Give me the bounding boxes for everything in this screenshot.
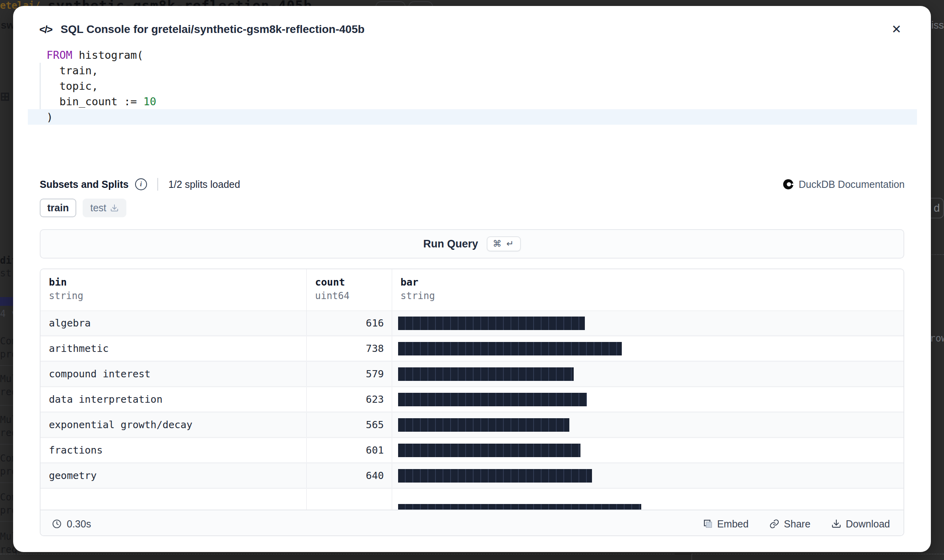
tab-split-train[interactable]: train: [40, 199, 76, 217]
column-header-bin: binstring: [41, 269, 307, 311]
modal-header: </> SQL Console for gretelai/synthetic-g…: [13, 6, 931, 37]
tab-label: train: [47, 202, 69, 214]
code-line-5: ): [28, 109, 917, 125]
download-icon: [110, 204, 119, 212]
column-dtype: string: [400, 290, 896, 301]
cell-count: 623: [307, 387, 392, 411]
background-divider: [0, 521, 13, 521]
background-divider: [0, 405, 13, 406]
code-icon: </>: [39, 23, 52, 36]
query-duration: 0.30s: [52, 518, 700, 530]
cell-bar: [392, 342, 903, 355]
background-dotted-line: [932, 254, 944, 255]
table-row: data interpretation623: [41, 387, 903, 413]
histogram-bar: [398, 317, 585, 330]
modal-title: SQL Console for gretelai/synthetic-gsm8k…: [61, 23, 880, 36]
table-row: algebra616: [41, 311, 903, 336]
cell-bar: [392, 418, 903, 432]
copy-icon: [702, 519, 713, 529]
histogram-bar: [398, 418, 569, 432]
column-name: count: [315, 276, 384, 288]
tab-label: test: [90, 202, 106, 214]
cell-bar: [392, 317, 903, 330]
code-line-4: bin_count := 10: [28, 94, 917, 109]
cell-bin: [41, 489, 307, 510]
background-selected-cell: [0, 297, 13, 306]
column-name: bin: [49, 276, 298, 288]
cell-count: 640: [307, 463, 392, 488]
duckdb-logo-icon: [783, 179, 794, 190]
run-query-label: Run Query: [423, 238, 478, 250]
cell-count: 601: [307, 438, 392, 462]
histogram-bar: [398, 342, 622, 355]
table-row: exponential growth/decay565: [41, 413, 903, 438]
download-label: Download: [846, 518, 890, 530]
clock-icon: [52, 519, 62, 529]
column-header-count: countuint64: [307, 269, 392, 311]
cell-count: 579: [307, 362, 392, 386]
background-divider: [0, 483, 13, 483]
sql-code-editor[interactable]: FROM histogram( train, topic, bin_count …: [28, 47, 917, 125]
cell-bin: data interpretation: [41, 387, 307, 411]
tab-split-test[interactable]: test: [83, 199, 126, 217]
results-table-body: algebra616arithmetic738compound interest…: [41, 311, 903, 510]
sql-console-modal: </> SQL Console for gretelai/synthetic-g…: [13, 6, 931, 552]
column-dtype: string: [49, 290, 298, 301]
column-header-bar: barstring: [392, 269, 903, 311]
cell-bar: [392, 444, 903, 457]
histogram-bar: [398, 504, 641, 510]
splits-heading: Subsets and Splits: [40, 179, 129, 190]
results-table: binstringcountuint64barstring algebra616…: [40, 268, 904, 536]
embed-button[interactable]: Embed: [700, 518, 751, 530]
split-tabs: traintest: [40, 199, 905, 217]
background-table-fragment: sw: [1, 19, 15, 31]
cell-count: 738: [307, 336, 392, 361]
histogram-bar: [398, 444, 580, 457]
column-name: bar: [400, 276, 896, 288]
share-label: Share: [784, 518, 811, 530]
keyboard-shortcut-badge: ⌘ ↵: [487, 236, 521, 251]
code-line-1: FROM histogram(: [28, 47, 917, 63]
duckdb-documentation-label: DuckDB Documentation: [799, 179, 905, 190]
download-button[interactable]: Download: [829, 518, 892, 530]
divider: [157, 178, 158, 191]
close-icon[interactable]: ✕: [888, 22, 905, 37]
splits-section-header: Subsets and Splits i 1/2 splits loaded D…: [40, 178, 905, 191]
histogram-bar: [398, 393, 587, 406]
table-row: arithmetic738: [41, 336, 903, 362]
embed-label: Embed: [717, 518, 749, 530]
table-row-partial: [41, 489, 903, 510]
column-dtype: uint64: [315, 290, 384, 301]
background-divider: [0, 365, 13, 366]
code-line-3: topic,: [28, 78, 917, 94]
cell-bin: geometry: [41, 463, 307, 488]
background-dotted-line: [692, 554, 944, 554]
run-query-button[interactable]: Run Query ⌘ ↵: [40, 229, 904, 259]
share-button[interactable]: Share: [767, 518, 813, 530]
cell-bin: exponential growth/decay: [41, 413, 307, 437]
cell-bar: [392, 393, 903, 406]
duckdb-documentation-link[interactable]: DuckDB Documentation: [783, 179, 905, 190]
results-table-header: binstringcountuint64barstring: [41, 269, 903, 311]
cell-count: 616: [307, 311, 392, 335]
cell-bar: [392, 489, 903, 510]
background-dotted-line: [0, 554, 674, 554]
cell-bin: fractions: [41, 438, 307, 462]
cell-bar: [392, 469, 903, 483]
code-line-2: train,: [28, 63, 917, 78]
info-icon[interactable]: i: [135, 178, 147, 190]
indent-guide: [40, 63, 41, 109]
results-footer: 0.30s EmbedShareDownload: [41, 510, 903, 536]
splits-loaded-status: 1/2 splits loaded: [168, 179, 240, 190]
background-column-divider: [691, 554, 692, 560]
download-icon: [831, 519, 841, 529]
link-icon: [769, 519, 780, 529]
histogram-bar: [398, 469, 592, 483]
cell-bin: algebra: [41, 311, 307, 335]
cell-bar: [392, 367, 903, 381]
cell-bin: arithmetic: [41, 336, 307, 361]
cell-bin: compound interest: [41, 362, 307, 386]
cell-count: 565: [307, 413, 392, 437]
background-divider: [0, 444, 13, 444]
histogram-bar: [398, 367, 574, 381]
